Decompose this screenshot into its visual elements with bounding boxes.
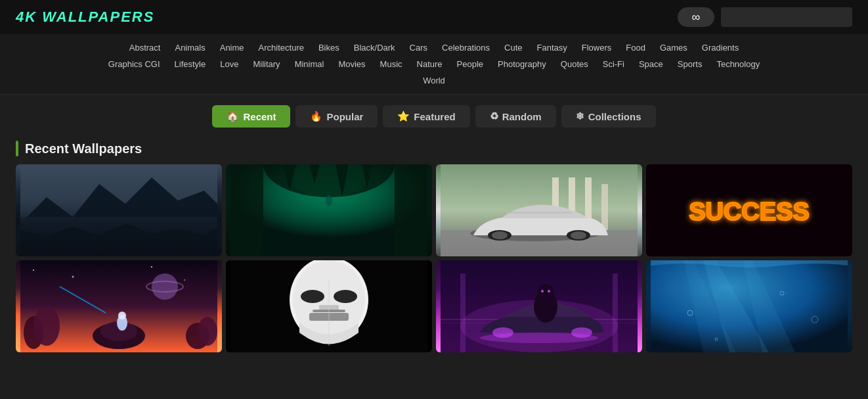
section-accent [16,141,18,156]
category-link[interactable]: Bikes [313,41,345,55]
category-link[interactable]: Black/Dark [349,41,401,55]
collections-label: Collections [588,111,641,122]
category-link[interactable]: Abstract [124,41,166,55]
category-link[interactable]: Quotes [555,57,594,71]
search-input[interactable] [721,12,849,22]
category-link[interactable]: People [452,57,488,71]
popular-icon: 🔥 [310,110,322,122]
filter-tabs: 🏠Recent🔥Popular⭐Featured♻Random❄Collecti… [0,95,868,135]
category-link[interactable]: Sports [672,57,708,71]
random-label: Random [502,111,542,122]
category-link[interactable]: Architecture [253,41,309,55]
recent-label: Recent [243,111,276,122]
filter-tab-collections[interactable]: ❄Collections [561,105,656,128]
featured-label: Featured [414,111,455,122]
wallpaper-card[interactable] [226,260,432,352]
svg-rect-26 [506,212,572,214]
category-link[interactable]: Animals [169,41,210,55]
svg-rect-60 [613,273,618,352]
wallpaper-card[interactable] [16,260,222,352]
infinity-icon: ∞ [692,11,701,24]
svg-point-65 [541,290,544,293]
category-link[interactable]: Space [634,57,668,71]
svg-point-66 [548,290,550,293]
svg-marker-3 [20,223,217,256]
svg-point-50 [334,290,357,303]
svg-point-32 [72,276,74,278]
category-link[interactable]: Food [620,41,651,55]
section-title: Recent Wallpapers [25,141,142,156]
category-link[interactable]: Lifestyle [169,57,211,71]
svg-point-34 [184,279,185,281]
featured-icon: ⭐ [397,110,410,122]
wallpaper-card[interactable] [226,164,432,256]
category-row-2: Graphics CGILifestyleLoveMilitaryMinimal… [13,57,855,71]
wallpaper-grid: SUCCESS SUCCESS [0,164,868,368]
wallpaper-card[interactable] [646,260,852,352]
svg-rect-7 [230,164,263,256]
category-link[interactable]: Photography [492,57,552,71]
category-link[interactable]: Minimal [290,57,330,71]
recent-icon: 🏠 [227,110,239,122]
category-link[interactable]: Military [248,57,285,71]
category-link[interactable]: Flowers [576,41,617,55]
category-link[interactable]: Anime [215,41,250,55]
svg-rect-8 [395,164,427,256]
svg-point-14 [326,195,332,206]
category-link[interactable]: Love [215,57,244,71]
section-header: Recent Wallpapers [0,135,868,164]
svg-point-33 [151,266,152,268]
infinity-button[interactable]: ∞ [678,7,714,27]
collections-icon: ❄ [576,110,584,122]
svg-point-44 [152,273,178,300]
svg-point-38 [198,317,217,346]
category-link[interactable]: Movies [333,57,370,71]
search-container: 🔍 [721,7,852,27]
category-nav: AbstractAnimalsAnimeArchitectureBikesBla… [0,34,868,95]
svg-point-36 [33,306,60,346]
svg-point-64 [538,284,553,300]
svg-rect-59 [460,273,466,352]
category-link[interactable]: World [418,74,450,87]
wallpaper-card[interactable] [16,164,222,256]
svg-point-42 [118,312,126,319]
site-logo[interactable]: 4K WALLPAPERS [16,9,154,26]
wallpaper-card[interactable] [436,164,642,256]
category-link[interactable]: Sci-Fi [597,57,630,71]
svg-rect-2 [20,217,217,256]
svg-rect-0 [20,164,217,256]
category-link[interactable]: Technology [711,57,765,71]
category-link[interactable]: Gradients [697,41,744,55]
filter-tab-random[interactable]: ♻Random [475,105,556,128]
svg-point-23 [492,231,508,239]
category-row-1: AbstractAnimalsAnimeArchitectureBikesBla… [13,41,855,55]
svg-point-25 [571,231,586,239]
category-link[interactable]: Cute [499,41,527,55]
svg-point-31 [33,270,34,271]
wallpaper-card[interactable] [436,260,642,352]
category-link[interactable]: Celebrations [437,41,495,55]
svg-rect-19 [601,184,608,230]
random-icon: ♻ [490,110,498,122]
filter-tab-recent[interactable]: 🏠Recent [212,105,290,128]
logo-text: 4K WALLPAPERS [16,9,154,25]
filter-tab-popular[interactable]: 🔥Popular [295,105,378,128]
category-link[interactable]: Games [655,41,693,55]
category-link[interactable]: Graphics CGI [103,57,165,71]
category-link[interactable]: Fantasy [532,41,573,55]
category-link[interactable]: Nature [412,57,448,71]
svg-point-49 [301,290,324,303]
category-link[interactable]: Music [375,57,408,71]
wallpaper-card[interactable]: SUCCESS SUCCESS [646,164,852,256]
category-link[interactable]: Cars [404,41,433,55]
filter-tab-featured[interactable]: ⭐Featured [383,105,469,128]
header: 4K WALLPAPERS ∞ 🔍 [0,0,868,34]
popular-label: Popular [326,111,363,122]
svg-point-67 [480,333,598,343]
header-right: ∞ 🔍 [678,7,852,27]
search-button[interactable]: 🔍 [849,12,852,22]
svg-text:SUCCESS: SUCCESS [689,198,810,225]
category-row-3: World [13,74,855,87]
